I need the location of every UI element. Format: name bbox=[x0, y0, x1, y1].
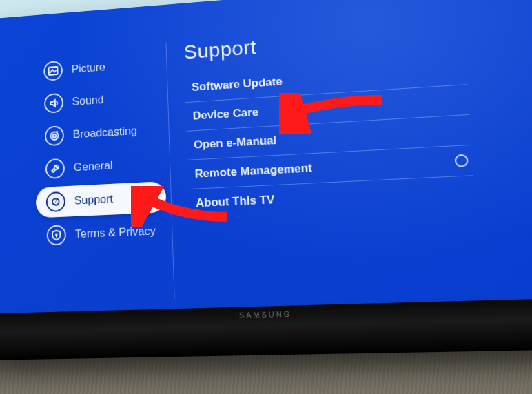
broadcast-icon bbox=[45, 125, 64, 146]
menu-item-label: Open e-Manual bbox=[194, 134, 277, 152]
wrench-icon bbox=[45, 158, 65, 179]
sidebar-item-label: Sound bbox=[72, 94, 104, 109]
scene: Picture Sound Broadcasting bbox=[0, 0, 532, 394]
svg-text:?: ? bbox=[54, 198, 58, 204]
picture-icon bbox=[43, 61, 63, 81]
page-title: Support bbox=[183, 21, 464, 64]
sidebar-item-support[interactable]: ? Support bbox=[41, 180, 172, 220]
svg-point-2 bbox=[53, 134, 57, 138]
shield-icon bbox=[47, 225, 67, 245]
menu-item-label: Remote Management bbox=[194, 161, 312, 180]
menu-item-label: About This TV bbox=[196, 193, 275, 210]
toggle-ring-icon bbox=[454, 154, 468, 167]
tv-screen: Picture Sound Broadcasting bbox=[0, 0, 532, 346]
brand-label: SAMSUNG bbox=[239, 310, 292, 320]
sidebar-item-label: Support bbox=[74, 192, 114, 207]
svg-point-1 bbox=[50, 132, 58, 140]
sidebar-item-label: General bbox=[74, 159, 113, 174]
sidebar-item-terms-privacy[interactable]: Terms & Privacy bbox=[41, 214, 173, 253]
sidebar-item-label: Terms & Privacy bbox=[75, 225, 156, 241]
sidebar-item-label: Broadcasting bbox=[73, 125, 138, 142]
svg-point-4 bbox=[56, 234, 57, 235]
sidebar-item-label: Picture bbox=[72, 61, 105, 76]
content-pane: Support Software Update Device Care Open… bbox=[166, 20, 487, 285]
menu-item-label: Device Care bbox=[192, 105, 258, 123]
menu-item-label: Software Update bbox=[192, 75, 283, 94]
settings-sidebar: Picture Sound Broadcasting bbox=[39, 43, 174, 289]
sound-icon bbox=[44, 93, 63, 114]
settings-panel: Picture Sound Broadcasting bbox=[39, 20, 488, 289]
